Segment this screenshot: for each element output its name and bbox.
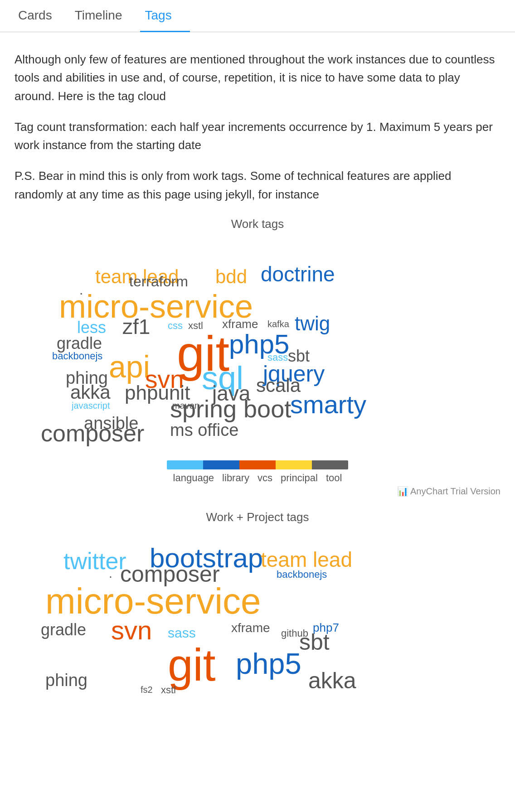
work-project-tag: xframe (231, 622, 270, 634)
description-section: Although only few of features are mentio… (0, 32, 515, 203)
work-project-tag: . (109, 567, 112, 580)
work-tag-cloud: team lead.terraformbdddoctrinemicro-serv… (0, 240, 515, 449)
section2-title: Work + Project tags (0, 510, 515, 524)
section1-title: Work tags (0, 217, 515, 231)
work-tag: api (109, 351, 150, 382)
work-tag: spring boot (170, 396, 291, 421)
tabs-nav: Cards Timeline Tags (0, 0, 515, 32)
work-tag: backbonejs (52, 351, 102, 361)
tab-timeline[interactable]: Timeline (70, 0, 141, 32)
work-project-tag: twitter (63, 549, 126, 573)
legend (121, 460, 394, 469)
legend-bar (167, 460, 348, 469)
work-project-tag: micro-service (45, 583, 261, 619)
anychart-label: 📊 AnyChart Trial Version (0, 486, 515, 497)
work-project-tag: sbt (299, 631, 330, 653)
work-tag: gradle (57, 335, 102, 352)
work-project-tag: svn (111, 617, 152, 643)
work-tag: bdd (215, 267, 247, 286)
work-tag: akka (70, 383, 111, 402)
description-para2: Tag count transformation: each half year… (15, 118, 500, 155)
legend-label: library (222, 472, 249, 484)
work-project-tag: xstl (161, 685, 176, 695)
work-project-tag-cloud: twitterbootstrapteam lead.composerbackbo… (0, 533, 515, 742)
work-tag: kafka (267, 319, 289, 329)
work-tag: composer (41, 421, 144, 445)
work-project-tag: gradle (41, 622, 86, 638)
work-project-tag: akka (308, 669, 356, 692)
work-project-tag: sass (168, 626, 196, 640)
work-project-tag: team lead (261, 549, 352, 570)
work-tag: terraform (129, 274, 188, 289)
legend-label: tool (326, 472, 342, 484)
description-para1: Although only few of features are mentio… (15, 50, 500, 105)
legend-labels: languagelibraryvcsprincipaltool (0, 472, 515, 484)
work-tag: ms office (170, 421, 238, 439)
work-tag: zf1 (122, 316, 150, 337)
work-tag: twig (295, 314, 330, 334)
work-project-tag: phing (45, 672, 87, 689)
work-project-tag: git (168, 642, 216, 687)
legend-label: principal (281, 472, 318, 484)
work-project-tag: php5 (236, 649, 301, 678)
work-tag: javascript (72, 401, 110, 410)
anychart-icon: 📊 (397, 486, 408, 496)
description-para3: P.S. Bear in mind this is only from work… (15, 167, 500, 203)
work-tag: less (77, 319, 106, 336)
legend-label: vcs (258, 472, 272, 484)
work-tags-cloud: team lead.terraformbdddoctrinemicro-serv… (0, 240, 515, 458)
tab-cards[interactable]: Cards (14, 0, 70, 32)
work-project-tags-cloud: twitterbootstrapteam lead.composerbackbo… (0, 533, 515, 751)
work-tag: doctrine (261, 264, 335, 285)
work-tag: smarty (290, 392, 366, 417)
tab-tags[interactable]: Tags (140, 0, 189, 32)
work-project-tag: fs2 (141, 685, 153, 694)
legend-label: language (173, 472, 214, 484)
work-project-tag: backbonejs (277, 570, 327, 580)
